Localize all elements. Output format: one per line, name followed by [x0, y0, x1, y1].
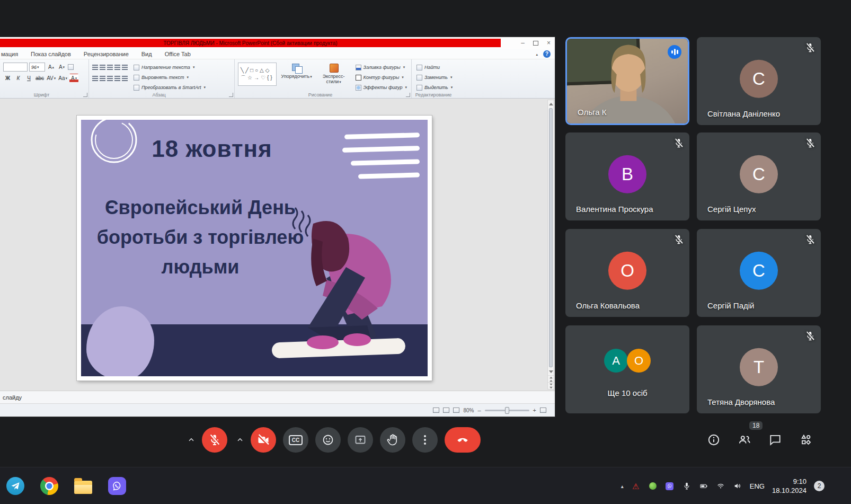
- warning-icon[interactable]: [631, 481, 641, 491]
- normal-view-icon[interactable]: [433, 408, 439, 413]
- quick-styles-button[interactable]: Экспресс-стили: [317, 61, 351, 92]
- underline-button[interactable]: Ч: [24, 74, 33, 83]
- paragraph-dialog-launcher-icon[interactable]: [229, 93, 233, 97]
- clock[interactable]: 9:10 18.10.2024: [772, 477, 806, 495]
- camera-off-button[interactable]: [251, 427, 276, 453]
- reactions-button[interactable]: [315, 427, 341, 453]
- participant-tile[interactable]: С Сергій Цепух: [697, 132, 821, 220]
- text-direction-button[interactable]: Направление текста: [132, 63, 207, 72]
- smartart-button[interactable]: Преобразовать в SmartArt: [132, 83, 207, 92]
- shape-outline-button[interactable]: Контур фигуры: [354, 73, 409, 82]
- present-screen-button[interactable]: [348, 427, 373, 453]
- activities-button[interactable]: [793, 427, 819, 453]
- slide-canvas[interactable]: 18 жовтня Європейський День боротьби з т…: [77, 116, 432, 381]
- scroll-down-icon[interactable]: [548, 368, 554, 375]
- slideshow-view-icon[interactable]: [453, 408, 459, 413]
- video-options-chevron-icon[interactable]: [234, 432, 246, 448]
- shape-effects-button[interactable]: Эффекты фигур: [354, 83, 409, 92]
- slide-sorter-view-icon[interactable]: [443, 408, 449, 413]
- align-text-button[interactable]: Выровнять текст: [132, 73, 207, 82]
- zoom-slider-thumb[interactable]: [505, 407, 509, 414]
- bullets-icon[interactable]: [92, 65, 98, 70]
- grow-font-button[interactable]: А: [47, 63, 56, 72]
- font-size-select[interactable]: 96: [29, 63, 45, 72]
- participant-tile[interactable]: С Світлана Даніленко: [697, 37, 821, 125]
- align-right-icon[interactable]: [107, 76, 113, 81]
- character-spacing-button[interactable]: AV: [46, 74, 56, 83]
- font-color-button[interactable]: А: [69, 74, 78, 83]
- strikethrough-button[interactable]: abc: [35, 74, 45, 83]
- participant-tile[interactable]: С Сергій Падій: [697, 229, 821, 317]
- participant-tile[interactable]: Т Тетяна Дворянова: [697, 325, 821, 413]
- notification-count-badge[interactable]: 2: [814, 481, 825, 491]
- tab-slideshow[interactable]: Показ слайдов: [31, 51, 71, 57]
- telegram-taskbar-icon[interactable]: [5, 476, 25, 496]
- zoom-in-icon[interactable]: [533, 407, 536, 413]
- scroll-up-icon[interactable]: [548, 100, 554, 108]
- meeting-details-button[interactable]: [701, 427, 726, 453]
- hidden-icons-chevron-icon[interactable]: [621, 483, 624, 489]
- battery-icon[interactable]: [699, 481, 708, 491]
- tab-review[interactable]: Рецензирование: [84, 51, 129, 57]
- align-center-icon[interactable]: [100, 76, 105, 81]
- powerpoint-titlebar[interactable]: ТОРГІВЛЯ ЛЮДЬМИ - Microsoft PowerPoint (…: [0, 37, 555, 49]
- more-options-button[interactable]: [412, 427, 438, 453]
- bold-button[interactable]: Ж: [3, 74, 12, 83]
- language-indicator[interactable]: ENG: [750, 482, 765, 490]
- drawing-dialog-launcher-icon[interactable]: [406, 93, 410, 97]
- shapes-gallery[interactable]: ╲╱□○△◇ ⌒☆→♡{}: [238, 63, 277, 86]
- clear-formatting-icon[interactable]: [68, 64, 74, 70]
- justify-icon[interactable]: [114, 76, 120, 81]
- increase-indent-icon[interactable]: [114, 65, 120, 70]
- participant-tile[interactable]: О Ольга Ковальова: [565, 229, 689, 317]
- change-case-button[interactable]: Аа: [58, 74, 68, 83]
- minimize-button[interactable]: –: [521, 40, 525, 46]
- leave-call-button[interactable]: [445, 427, 481, 453]
- chat-button[interactable]: [763, 427, 788, 453]
- align-left-icon[interactable]: [92, 76, 98, 81]
- slide-scrollbar[interactable]: [547, 100, 554, 390]
- tab-office-tab[interactable]: Office Tab: [165, 51, 191, 57]
- scrollbar-thumb[interactable]: [549, 108, 553, 367]
- audio-options-chevron-icon[interactable]: [185, 432, 197, 448]
- tab-view[interactable]: Вид: [141, 51, 152, 57]
- captions-button[interactable]: CC: [283, 427, 308, 453]
- participants-button[interactable]: 18: [732, 427, 757, 453]
- replace-button[interactable]: Заменить: [415, 73, 458, 82]
- select-button[interactable]: Выделить: [415, 83, 458, 92]
- zoom-slider[interactable]: [485, 410, 529, 411]
- columns-icon[interactable]: [122, 76, 128, 81]
- line-spacing-icon[interactable]: [122, 65, 128, 70]
- next-slide-button[interactable]: [548, 382, 554, 389]
- italic-button[interactable]: К: [14, 74, 23, 83]
- chrome-taskbar-icon[interactable]: [39, 476, 59, 496]
- fit-to-window-icon[interactable]: [540, 408, 546, 413]
- viber-tray-icon[interactable]: [665, 481, 675, 491]
- file-explorer-taskbar-icon[interactable]: [73, 476, 93, 496]
- tab-animation[interactable]: мация: [1, 51, 18, 57]
- close-button[interactable]: ×: [547, 40, 551, 46]
- previous-slide-button[interactable]: [548, 375, 554, 382]
- shape-fill-button[interactable]: Заливка фигуры: [354, 63, 409, 72]
- find-button[interactable]: Найти: [415, 63, 458, 72]
- viber-taskbar-icon[interactable]: [107, 476, 127, 496]
- font-dialog-launcher-icon[interactable]: [83, 93, 87, 97]
- raise-hand-button[interactable]: [380, 427, 405, 453]
- zoom-out-icon[interactable]: [477, 407, 481, 413]
- arrange-button[interactable]: Упорядочить: [280, 61, 314, 92]
- font-name-select[interactable]: [3, 63, 28, 72]
- restore-button[interactable]: [533, 41, 538, 46]
- microphone-muted-button[interactable]: [202, 427, 227, 453]
- microphone-tray-icon[interactable]: [682, 481, 692, 491]
- participant-tile-olga-k[interactable]: Ольга К: [565, 37, 689, 125]
- more-participants-tile[interactable]: А О Ще 10 осіб: [565, 325, 689, 413]
- numbering-icon[interactable]: [100, 65, 105, 70]
- decrease-indent-icon[interactable]: [107, 65, 113, 70]
- network-icon[interactable]: [716, 481, 725, 491]
- participant-tile[interactable]: В Валентина Проскура: [565, 132, 689, 220]
- help-icon[interactable]: [543, 50, 551, 58]
- collapse-ribbon-icon[interactable]: [535, 51, 538, 57]
- volume-icon[interactable]: [733, 481, 742, 491]
- shrink-font-button[interactable]: А: [57, 63, 66, 72]
- antivirus-tray-icon[interactable]: [648, 481, 658, 491]
